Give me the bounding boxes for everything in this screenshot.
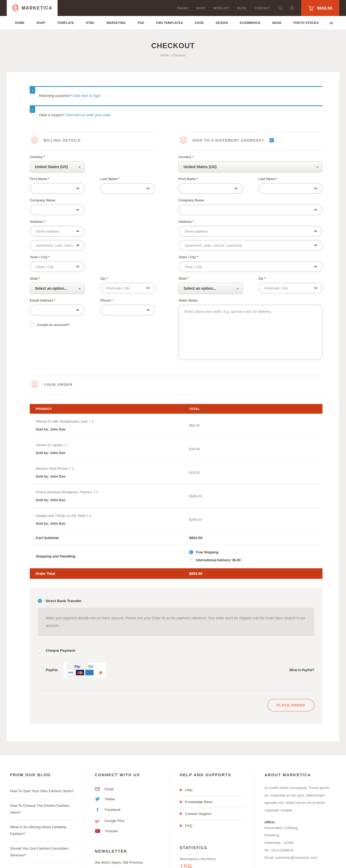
billing-first-name-input[interactable] [30, 183, 84, 194]
create-account-checkbox[interactable] [30, 322, 34, 327]
billing-last-name-input[interactable] [100, 183, 155, 194]
billing-apartment-input[interactable] [30, 240, 84, 251]
billing-email-input[interactable] [30, 305, 84, 315]
product-seller: Sold by: John Doe [36, 522, 189, 526]
tag-logo-icon [12, 4, 19, 12]
radio-icon[interactable] [38, 599, 42, 603]
header-nav-link[interactable]: SHOP [196, 6, 205, 10]
billing-street-input[interactable] [30, 226, 84, 237]
help-link[interactable]: Knowladge Base [180, 796, 245, 808]
login-link[interactable]: Click here to login [72, 94, 100, 98]
order-notes-textarea[interactable] [178, 305, 322, 360]
category-nav-link[interactable]: PHOTO STOCKS [293, 21, 319, 24]
category-nav-link[interactable]: MARKETING [106, 21, 126, 24]
site-header: MARKETICA PAGESSHOPWISHLISTBLOGCONTACT $… [0, 0, 346, 16]
product-name: Gadget and Things on the Table × 1 [36, 514, 189, 518]
shipping-apartment-input[interactable] [178, 240, 322, 251]
header-nav-link[interactable]: CONTACT [255, 6, 270, 10]
email-link[interactable]: Email [95, 784, 160, 794]
cart-icon [308, 5, 314, 11]
category-nav-link[interactable]: DESIGN [216, 21, 228, 24]
create-account-option[interactable]: Create an account? [30, 322, 155, 327]
google-plus-icon: g+ [95, 818, 100, 823]
header-nav-link[interactable]: PAGES [177, 6, 188, 10]
what-is-paypal-link[interactable]: What is PayPal? [289, 668, 314, 672]
order-items: iPhone 5s with Headphones Jack × 1 Sold … [30, 414, 322, 531]
shipping-zip-input[interactable] [258, 283, 323, 293]
order-table-header: PRODUCT TOTAL [30, 404, 322, 414]
blog-post-link[interactable]: What is So Alluring About Celebrity Fash… [10, 820, 75, 841]
category-nav-link[interactable]: PSD [138, 21, 144, 24]
category-nav-link[interactable]: TEMPLATE [57, 21, 74, 24]
logo[interactable]: MARKETICA [7, 0, 58, 16]
category-nav-link[interactable]: HOME [15, 21, 25, 24]
shipping-first-name-input[interactable] [178, 183, 243, 194]
ship-different-checkbox[interactable] [270, 138, 274, 143]
shipping-option[interactable]: International Delivery: $5.90 [189, 556, 322, 564]
shipping-country-select[interactable]: United States (US) [178, 161, 322, 173]
payment-method-bank[interactable]: Direct Bank Transfer [38, 599, 314, 603]
help-link[interactable]: Help [180, 784, 245, 796]
shipping-street-input[interactable] [178, 226, 322, 237]
blog-post-link[interactable]: How To Start Your Own Fashion Store? [10, 784, 75, 799]
payment-method-paypal[interactable]: PayPal PayPal VISA What is PayPal? [38, 663, 314, 677]
category-nav-link[interactable]: SHOP [36, 21, 45, 24]
billing-town-input[interactable] [30, 261, 84, 272]
category-nav-link[interactable]: ECOMMERCE [240, 21, 261, 24]
order-section: YOUR ORDER PRODUCT TOTAL iPhone 5s with … [30, 376, 322, 724]
google-plus-link[interactable]: g+ Google Plus [95, 815, 160, 826]
coupon-link[interactable]: Click here to enter your code [65, 113, 110, 117]
category-nav-link[interactable]: CODE [195, 21, 204, 24]
bullet-icon [180, 825, 182, 827]
cart-button[interactable]: $653.50 [301, 0, 339, 16]
product-seller: Sold by: John Doe [36, 428, 189, 431]
site-footer: FROM OUR BLOG How To Start Your Own Fash… [0, 755, 346, 868]
account-icon[interactable] [289, 5, 295, 10]
caret-down-icon [236, 286, 238, 290]
place-order-button[interactable]: PLACE ORDER [267, 699, 314, 712]
header-nav-link[interactable]: BLOG [237, 6, 246, 10]
category-nav-link[interactable]: HTML [86, 21, 95, 24]
cart-subtotal-row: Cart Subtotal $653.50 [30, 531, 322, 545]
email-icon [95, 787, 100, 791]
category-nav-link[interactable]: MUSE [273, 21, 282, 24]
footer-heading: HELP AND SUPPORTS [180, 773, 245, 777]
radio-icon[interactable] [38, 648, 42, 652]
billing-country-select[interactable]: United States (US) [30, 161, 84, 173]
shipping-option[interactable]: Free Shipping [189, 548, 322, 556]
help-link[interactable]: Contact Support [180, 808, 245, 820]
radio-icon[interactable] [189, 558, 193, 562]
shipping-town-input[interactable] [178, 261, 322, 272]
blog-post-link[interactable]: Should You Use Fashion Consultant Servic… [10, 841, 75, 863]
product-total: $34.50 [189, 447, 322, 451]
payment-method-cheque[interactable]: Cheque Payment [38, 648, 314, 652]
visa-card-icon: VISA [66, 670, 75, 676]
header-nav-link[interactable]: WISHLIST [213, 6, 229, 10]
blog-post-link[interactable]: Plus Size Fashion: Is There Such a Thing… [10, 863, 75, 868]
search-icon[interactable] [278, 5, 283, 10]
payment-methods-box: Direct Bank Transfer Make your payment d… [30, 588, 322, 724]
radio-icon[interactable] [189, 550, 193, 554]
category-nav-link[interactable]: CMS TEMPLATES [156, 21, 183, 24]
billing-zip-input[interactable] [100, 283, 155, 293]
caret-down-icon [78, 286, 80, 290]
help-link[interactable]: FAQ [180, 820, 245, 832]
youtube-link[interactable]: Youtube [95, 826, 160, 836]
breadcrumb-home-link[interactable]: Home [161, 54, 169, 57]
radio-icon[interactable] [38, 668, 42, 672]
twitter-link[interactable]: Twitter [95, 794, 160, 804]
billing-company-input[interactable] [30, 205, 84, 215]
youtube-icon [95, 829, 100, 833]
facebook-link[interactable]: f Facebook [95, 804, 160, 815]
shipping-state-select[interactable]: Select an option... [178, 283, 243, 294]
category-nav-links: HOMESHOPTEMPLATEHTMLMARKETINGPSDCMS TEMP… [15, 21, 319, 24]
billing-phone-input[interactable] [100, 305, 155, 315]
footer-blog-column: FROM OUR BLOG How To Start Your Own Fash… [7, 773, 85, 868]
more-categories-icon[interactable] [330, 21, 333, 25]
shipping-last-name-input[interactable] [258, 183, 323, 194]
billing-state-select[interactable]: Select an option... [30, 283, 84, 294]
footer-about-column: ABOUT MARKETICA ec mollis lorem consequa… [254, 773, 339, 868]
shipping-company-input[interactable] [178, 205, 322, 215]
blog-post-link[interactable]: How To Choose The Perfect Fashion Store? [10, 799, 75, 820]
bank-transfer-description: Make your payment directly into our bank… [38, 608, 314, 636]
